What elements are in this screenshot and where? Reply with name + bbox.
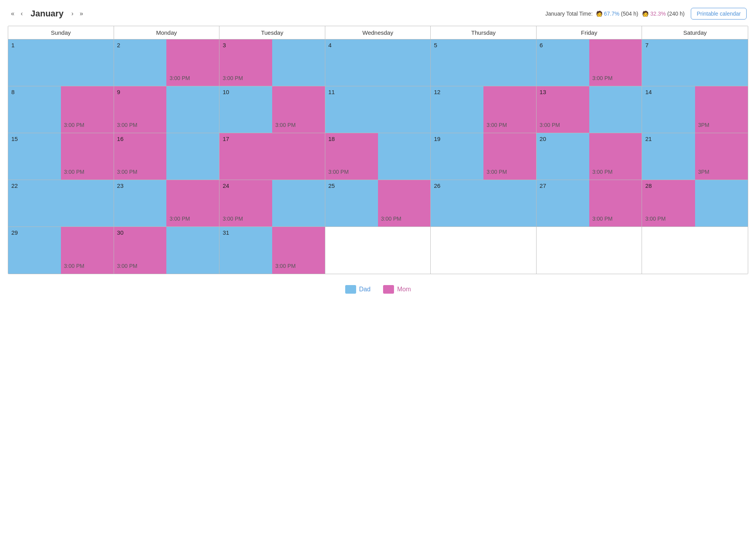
day-number: 23 — [114, 180, 127, 190]
switch-time: 3PM — [695, 167, 748, 177]
total-time: January Total Time: 🧑 67.7% (504 h) 🧑 32… — [546, 11, 685, 17]
legend-mom: Mom — [383, 285, 411, 294]
day-number: 13 — [537, 86, 549, 96]
day-header-monday: Monday — [114, 26, 220, 39]
mom-color-box — [383, 285, 394, 294]
day-cell-22: 22 — [8, 180, 114, 227]
day-number: 30 — [114, 227, 127, 237]
day-cell-27: 273:00 PM — [537, 180, 642, 227]
switch-time: 3:00 PM — [537, 120, 589, 130]
day-cell-12: 123:00 PM — [431, 86, 537, 133]
printable-calendar-btn[interactable]: Printable calendar — [691, 8, 747, 20]
day-number: 31 — [219, 227, 232, 237]
header-right: January Total Time: 🧑 67.7% (504 h) 🧑 32… — [546, 8, 747, 20]
switch-time: 3:00 PM — [589, 73, 642, 83]
prev-btn[interactable]: ‹ — [19, 9, 24, 18]
day-number: 10 — [219, 86, 232, 96]
switch-time: 3:00 PM — [61, 120, 114, 130]
day-cell-18: 183:00 PM — [325, 133, 431, 180]
day-number: 25 — [325, 180, 338, 190]
dad-pct: 67.7% — [604, 11, 619, 17]
day-number: 28 — [642, 180, 655, 190]
calendar-grid: 123:00 PM33:00 PM4563:00 PM783:00 PM93:0… — [8, 39, 748, 274]
day-cell-29: 293:00 PM — [8, 227, 114, 274]
empty-cell — [537, 227, 642, 274]
day-number: 22 — [8, 180, 21, 190]
empty-cell — [431, 227, 537, 274]
dad-hours: (504 h) — [621, 11, 638, 17]
switch-time: 3:00 PM — [219, 214, 272, 223]
mom-pct: 32.3% — [650, 11, 666, 17]
day-cell-6: 63:00 PM — [537, 39, 642, 86]
empty-cell — [642, 227, 748, 274]
day-number: 19 — [431, 133, 444, 143]
day-cell-8: 83:00 PM — [8, 86, 114, 133]
day-cell-2: 23:00 PM — [114, 39, 220, 86]
day-cell-23: 233:00 PM — [114, 180, 220, 227]
day-cell-31: 313:00 PM — [219, 227, 325, 274]
day-header-friday: Friday — [537, 26, 642, 39]
switch-time: 3:00 PM — [272, 120, 325, 130]
next-next-btn[interactable]: » — [78, 9, 85, 18]
switch-time: 3:00 PM — [589, 167, 642, 177]
day-number: 2 — [114, 39, 123, 49]
switch-time: 3:00 PM — [642, 214, 695, 223]
day-cell-16: 163:00 PM — [114, 133, 220, 180]
switch-time: 3:00 PM — [589, 214, 642, 223]
calendar: SundayMondayTuesdayWednesdayThursdayFrid… — [8, 26, 748, 274]
day-cell-17: 17 — [219, 133, 325, 180]
switch-time: 3PM — [695, 120, 748, 130]
day-number: 24 — [219, 180, 232, 190]
day-number: 20 — [537, 133, 549, 143]
switch-time: 3:00 PM — [166, 73, 219, 83]
day-cell-13: 133:00 PM — [537, 86, 642, 133]
day-number: 26 — [431, 180, 444, 190]
day-number: 14 — [642, 86, 655, 96]
day-cell-10: 103:00 PM — [219, 86, 325, 133]
day-number: 11 — [325, 86, 338, 96]
day-cell-3: 33:00 PM — [219, 39, 325, 86]
day-number: 17 — [219, 133, 232, 143]
day-number: 27 — [537, 180, 549, 190]
day-header-saturday: Saturday — [642, 26, 748, 39]
dad-color-box — [345, 285, 356, 294]
day-cell-19: 193:00 PM — [431, 133, 537, 180]
switch-time: 3:00 PM — [219, 73, 272, 83]
switch-time: 3:00 PM — [325, 167, 378, 177]
day-number: 15 — [8, 133, 21, 143]
day-header-thursday: Thursday — [431, 26, 537, 39]
day-number: 4 — [325, 39, 335, 49]
empty-cell — [325, 227, 431, 274]
day-number: 9 — [114, 86, 123, 96]
day-number: 7 — [642, 39, 651, 49]
switch-time: 3:00 PM — [114, 261, 167, 271]
day-cell-14: 143PM — [642, 86, 748, 133]
day-number: 8 — [8, 86, 18, 96]
day-number: 5 — [431, 39, 440, 49]
switch-time: 3:00 PM — [61, 167, 114, 177]
switch-time: 3:00 PM — [483, 167, 536, 177]
mom-hours: (240 h) — [667, 11, 685, 17]
day-cell-9: 93:00 PM — [114, 86, 220, 133]
switch-time: 3:00 PM — [483, 120, 536, 130]
day-header-wednesday: Wednesday — [325, 26, 431, 39]
day-header-sunday: Sunday — [8, 26, 114, 39]
switch-time: 3:00 PM — [61, 261, 114, 271]
day-number: 16 — [114, 133, 127, 143]
prev-prev-btn[interactable]: « — [9, 9, 16, 18]
next-btn[interactable]: › — [70, 9, 75, 18]
calendar-header: « ‹ January › » January Total Time: 🧑 67… — [8, 8, 748, 20]
day-cell-30: 303:00 PM — [114, 227, 220, 274]
day-cell-26: 26 — [431, 180, 537, 227]
day-cell-1: 1 — [8, 39, 114, 86]
day-cell-28: 283:00 PM — [642, 180, 748, 227]
header-left: « ‹ January › » — [9, 9, 85, 19]
mom-label: Mom — [397, 286, 411, 293]
day-cell-21: 213PM — [642, 133, 748, 180]
day-number: 21 — [642, 133, 655, 143]
day-number: 1 — [8, 39, 18, 49]
day-cell-20: 203:00 PM — [537, 133, 642, 180]
switch-time: 3:00 PM — [166, 214, 219, 223]
day-cell-4: 4 — [325, 39, 431, 86]
switch-time: 3:00 PM — [272, 261, 325, 271]
